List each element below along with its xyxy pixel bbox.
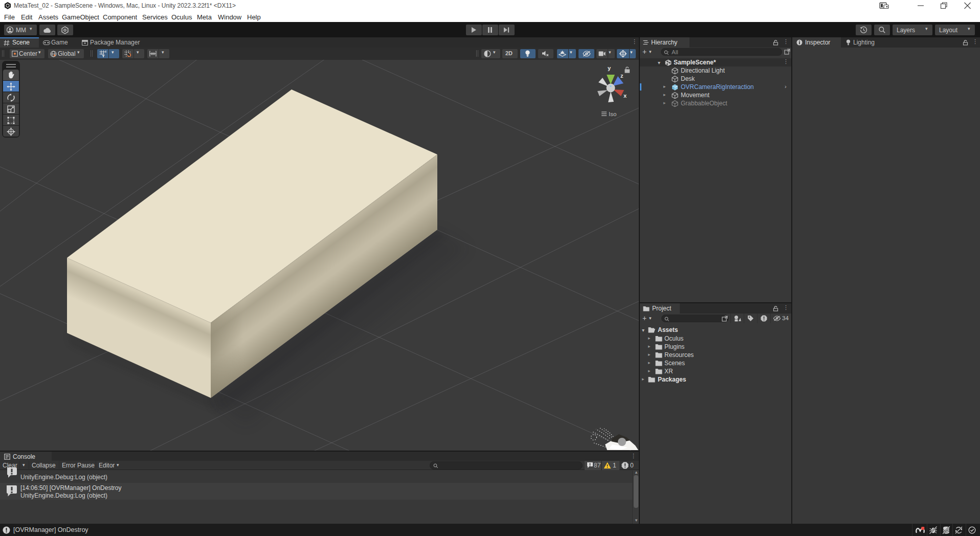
svg-text:Iso: Iso <box>609 111 616 117</box>
svg-text:z: z <box>620 73 623 79</box>
svg-text:x: x <box>623 93 627 99</box>
svg-text:Y: Y <box>102 54 105 57</box>
svg-text:y: y <box>608 65 611 71</box>
